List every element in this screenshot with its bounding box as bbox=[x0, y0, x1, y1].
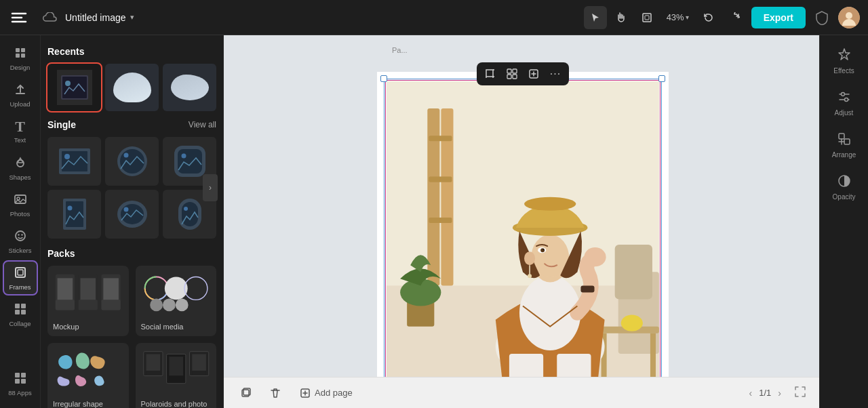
user-avatar[interactable] bbox=[838, 7, 860, 28]
svg-point-31 bbox=[65, 81, 71, 86]
single-frame-4[interactable] bbox=[47, 190, 101, 239]
canvas-area: Pa... ··· bbox=[224, 35, 819, 408]
single-grid-container: › bbox=[47, 137, 216, 239]
svg-rect-98 bbox=[615, 245, 652, 299]
svg-point-49 bbox=[184, 207, 188, 211]
svg-point-37 bbox=[123, 153, 128, 158]
svg-point-66 bbox=[162, 298, 175, 311]
view-all-link[interactable]: View all bbox=[189, 120, 216, 129]
svg-rect-53 bbox=[80, 278, 96, 302]
sidebar-item-apps[interactable]: 88 Apps bbox=[3, 367, 38, 403]
sidebar-item-stickers[interactable]: Stickers bbox=[3, 224, 38, 259]
recent-thumb-1[interactable] bbox=[47, 64, 101, 111]
collage-label: Collage bbox=[9, 320, 31, 327]
frame-more-button[interactable]: ··· bbox=[545, 64, 566, 83]
adjust-label: Adjust bbox=[835, 109, 854, 117]
svg-rect-56 bbox=[56, 300, 75, 310]
document-title-area[interactable]: Untitled image ▾ bbox=[65, 12, 134, 23]
handle-top-right[interactable] bbox=[658, 75, 665, 82]
svg-rect-22 bbox=[21, 304, 26, 308]
hand-tool-button[interactable] bbox=[610, 6, 633, 29]
svg-rect-51 bbox=[58, 278, 73, 302]
shapes-label: Shapes bbox=[9, 174, 31, 181]
adjust-panel-item[interactable]: Adjust bbox=[823, 83, 866, 123]
svg-rect-91 bbox=[441, 108, 453, 285]
sidebar-item-design[interactable]: Design bbox=[3, 41, 38, 76]
svg-point-46 bbox=[123, 207, 128, 212]
svg-point-124 bbox=[841, 93, 844, 96]
topbar: Untitled image ▾ 43% ▾ Export bbox=[0, 0, 868, 35]
upload-label: Upload bbox=[9, 100, 30, 108]
pack-polaroids[interactable]: Polaroids and photo f... bbox=[136, 343, 217, 408]
undo-button[interactable] bbox=[697, 6, 720, 29]
duplicate-page-button[interactable] bbox=[235, 385, 256, 401]
svg-point-18 bbox=[21, 234, 22, 235]
photos-label: Photos bbox=[10, 210, 31, 218]
svg-rect-128 bbox=[844, 139, 850, 144]
arrange-panel-item[interactable]: Arrange bbox=[823, 125, 866, 165]
select-tool-button[interactable] bbox=[584, 6, 607, 29]
svg-point-6 bbox=[846, 12, 852, 19]
redo-button[interactable] bbox=[723, 6, 746, 29]
prev-page-button[interactable]: ‹ bbox=[747, 386, 755, 400]
svg-rect-75 bbox=[192, 354, 206, 370]
shapes-icon bbox=[14, 156, 27, 171]
shield-icon[interactable] bbox=[811, 7, 833, 28]
svg-point-108 bbox=[524, 251, 535, 265]
fullscreen-button[interactable] bbox=[792, 385, 808, 401]
next-page-button[interactable]: › bbox=[775, 386, 784, 400]
add-page-button[interactable]: Add page bbox=[294, 385, 358, 401]
export-button[interactable]: Export bbox=[751, 7, 806, 28]
scroll-right-button[interactable]: › bbox=[203, 174, 218, 201]
single-frame-1[interactable] bbox=[47, 137, 101, 186]
recents-title: Recents bbox=[47, 46, 216, 57]
design-label: Design bbox=[10, 64, 31, 71]
adjust-icon bbox=[837, 89, 852, 106]
zoom-value: 43% bbox=[667, 12, 684, 22]
svg-rect-25 bbox=[15, 373, 20, 378]
svg-rect-23 bbox=[15, 310, 20, 314]
right-panel: Effects Adjust Arrange Opacity bbox=[819, 35, 868, 408]
svg-point-126 bbox=[844, 98, 848, 102]
canvas-workspace[interactable]: Pa... ··· bbox=[224, 35, 819, 408]
frames-label: Frames bbox=[9, 283, 31, 291]
frame-options-button[interactable] bbox=[635, 6, 658, 29]
add-page-label: Add page bbox=[315, 388, 353, 398]
page-label: Pa... bbox=[392, 46, 408, 54]
single-frame-2[interactable] bbox=[105, 137, 159, 186]
zoom-chevron: ▾ bbox=[686, 14, 689, 21]
frame-edit-button[interactable] bbox=[524, 64, 544, 83]
sidebar-item-collage[interactable]: Collage bbox=[3, 297, 38, 332]
svg-rect-55 bbox=[103, 278, 119, 302]
opacity-label: Opacity bbox=[833, 193, 856, 201]
zoom-control[interactable]: 43% ▾ bbox=[661, 9, 694, 25]
frame-crop-button[interactable] bbox=[480, 64, 500, 83]
svg-point-102 bbox=[621, 315, 643, 331]
frame-replace-button[interactable] bbox=[502, 64, 522, 83]
pack-social-thumb bbox=[136, 266, 217, 320]
svg-rect-24 bbox=[21, 310, 26, 314]
packs-grid: Mockup Social bbox=[47, 266, 216, 408]
sidebar-item-upload[interactable]: Upload bbox=[3, 77, 38, 113]
single-frame-5[interactable] bbox=[105, 190, 159, 239]
svg-point-17 bbox=[18, 234, 19, 235]
text-icon: T bbox=[15, 119, 25, 134]
pack-mockup[interactable]: Mockup bbox=[47, 266, 129, 336]
pack-irregular-shape[interactable]: Irregular shape bbox=[47, 343, 129, 408]
topbar-right-actions: Export bbox=[751, 7, 860, 28]
sidebar-item-shapes[interactable]: Shapes bbox=[3, 150, 38, 186]
recent-thumb-2[interactable] bbox=[105, 64, 159, 111]
cloud-save-icon[interactable] bbox=[41, 8, 60, 27]
svg-point-67 bbox=[175, 298, 188, 311]
upload-icon bbox=[14, 83, 27, 98]
recent-thumb-3[interactable] bbox=[163, 64, 216, 111]
effects-panel-item[interactable]: Effects bbox=[823, 41, 866, 81]
sidebar-item-frames[interactable]: Frames bbox=[3, 260, 38, 295]
pack-social-media[interactable]: Social media bbox=[136, 266, 217, 336]
delete-page-button[interactable] bbox=[264, 385, 286, 401]
svg-rect-82 bbox=[507, 69, 511, 73]
opacity-panel-item[interactable]: Opacity bbox=[823, 167, 866, 207]
sidebar-item-photos[interactable]: Photos bbox=[3, 187, 38, 222]
app-logo[interactable] bbox=[8, 7, 30, 28]
sidebar-item-text[interactable]: T Text bbox=[3, 114, 38, 149]
